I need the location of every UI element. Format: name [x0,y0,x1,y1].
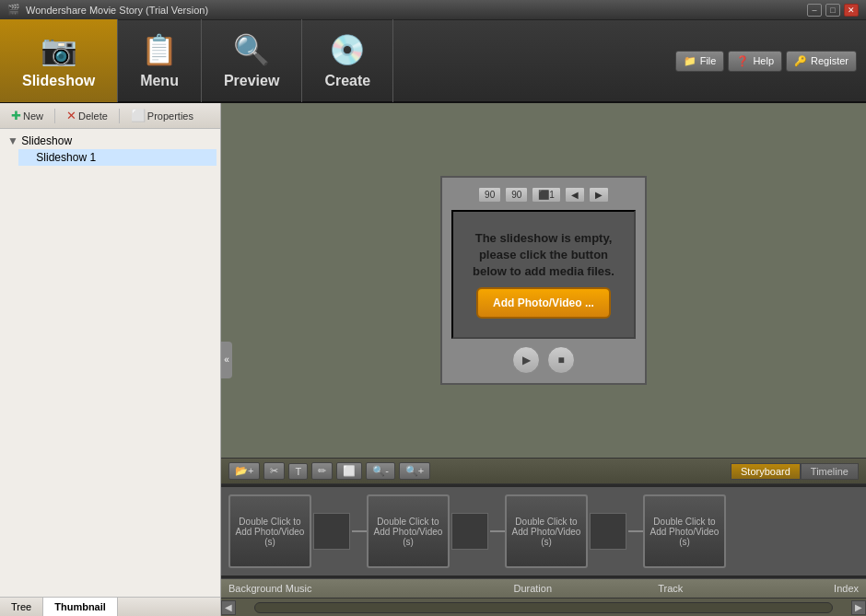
index-col: Index [774,583,859,594]
register-label: Register [811,55,848,66]
counter2: 90 [505,187,528,203]
preview-icon: 🔍 [233,32,270,67]
slot-thumb-3 [590,513,626,550]
preview-screen: The slideshow is empty, please click the… [451,210,636,339]
file-label: File [700,55,717,66]
delete-button[interactable]: ✕ Delete [61,107,113,124]
properties-icon: ⬜ [131,109,146,122]
edit-tool[interactable]: ✏ [311,462,333,480]
preview-area: 90 90 ⬛1 ◀ ▶ The slideshow is empty, ple… [221,103,866,458]
storyboard-tabs: Storyboard Timeline [731,463,859,480]
right-panel: « 90 90 ⬛1 ◀ ▶ The slideshow is empty, p… [221,103,866,616]
tab-tree[interactable]: Tree [0,598,43,616]
tab-preview-label: Preview [224,73,279,89]
cut-tool[interactable]: ✂ [263,462,285,480]
add-media-button[interactable]: Add Photo/Video ... [476,287,611,319]
slot-card-2[interactable]: Double Click to Add Photo/Video (s) [367,494,450,568]
play-button[interactable]: ▶ [512,346,540,374]
scroll-left-button[interactable]: ◀ [221,600,236,615]
track-label: Track [658,583,683,594]
close-button[interactable]: ✕ [844,4,859,17]
storyboard-tab[interactable]: Storyboard [731,463,801,480]
tree-root-label: Slideshow [21,134,72,147]
create-icon: 💿 [329,32,366,67]
left-toolbar: ✚ New ✕ Delete ⬜ Properties [0,103,220,129]
music-bar: Background Music Duration Track Index [221,578,866,598]
index-label: Index [834,583,859,594]
duration-label: Duration [513,583,552,594]
slot-text-2: Double Click to Add Photo/Video (s) [372,517,444,547]
slot-card-4[interactable]: Double Click to Add Photo/Video (s) [643,494,726,568]
menu-icon: 📋 [141,32,178,67]
scroll-track[interactable] [254,602,833,613]
slot-main-4: Double Click to Add Photo/Video (s) [643,494,726,568]
slideshow-icon: 📷 [41,32,77,67]
tab-menu[interactable]: 📋 Menu [118,19,202,102]
tab-preview[interactable]: 🔍 Preview [202,19,302,102]
slot-text-3: Double Click to Add Photo/Video (s) [510,517,582,547]
main: ✚ New ✕ Delete ⬜ Properties ▼ Slideshow [0,103,866,616]
new-icon: ✚ [11,109,21,122]
background-music-col: Background Music [228,583,509,594]
zoom-in-tool[interactable]: 🔍+ [399,462,430,480]
file-button[interactable]: 📁 File [675,51,725,72]
help-button[interactable]: ❓ Help [728,51,782,72]
zoom-out-tool[interactable]: 🔍- [366,462,395,480]
tab-create[interactable]: 💿 Create [302,19,393,102]
tab-thumbnail-label: Thumbnail [54,601,106,612]
app-icon: 🎬 [7,4,20,16]
preview-top-controls: 90 90 ⬛1 ◀ ▶ [478,187,609,203]
register-button[interactable]: 🔑 Register [786,51,857,72]
editor-toolbar: 📂+ ✂ T ✏ ⬜ 🔍- 🔍+ Storyboard Timeline [221,458,866,484]
properties-label: Properties [147,110,193,122]
track-col: Track [658,583,770,594]
bottom-tabs: Tree Thumbnail [0,597,220,616]
tab-create-label: Create [324,73,370,89]
preview-box: 90 90 ⬛1 ◀ ▶ The slideshow is empty, ple… [440,176,647,385]
nav-prev-button[interactable]: ◀ [565,187,585,203]
slot-card-1[interactable]: Double Click to Add Photo/Video (s) [228,494,311,568]
tab-menu-label: Menu [140,73,179,89]
tree-area: ▼ Slideshow Slideshow 1 [0,129,220,597]
connector-1 [352,530,367,532]
register-icon: 🔑 [794,55,807,67]
help-label: Help [753,55,774,66]
help-icon: ❓ [736,55,749,67]
left-panel: ✚ New ✕ Delete ⬜ Properties ▼ Slideshow [0,103,221,616]
collapse-handle[interactable]: « [221,342,232,378]
toolbar-right: 📁 File ❓ Help 🔑 Register [675,51,866,72]
stop-button[interactable]: ■ [547,346,575,374]
tree-item-label: Slideshow 1 [36,151,96,164]
slot-thumb-1 [313,513,350,550]
slot-main-1: Double Click to Add Photo/Video (s) [228,494,352,568]
minimize-button[interactable]: – [807,4,822,17]
connector-3 [628,530,643,532]
scroll-right-button[interactable]: ▶ [851,600,866,615]
titlebar-controls: – □ ✕ [807,4,859,17]
delete-icon: ✕ [66,109,76,122]
new-button[interactable]: ✚ New [6,107,49,124]
add-media-tool[interactable]: 📂+ [228,462,260,480]
separator [54,109,55,123]
frame-counter: ⬛1 [532,187,561,203]
slot-main-2: Double Click to Add Photo/Video (s) [367,494,490,568]
expand-icon: ▼ [7,134,18,147]
file-icon: 📁 [684,55,696,67]
nav-next-button[interactable]: ▶ [589,187,609,203]
storyboard-slot-4: Double Click to Add Photo/Video (s) [643,494,726,568]
tab-slideshow-label: Slideshow [22,73,95,89]
tab-tree-label: Tree [11,601,31,612]
tab-slideshow[interactable]: 📷 Slideshow [0,19,118,102]
tab-thumbnail[interactable]: Thumbnail [43,598,118,616]
timeline-tab[interactable]: Timeline [801,463,859,480]
text-tool[interactable]: T [288,463,308,480]
maximize-button[interactable]: □ [825,4,840,17]
duration-col: Duration [513,583,654,594]
storyboard: Double Click to Add Photo/Video (s) Doub… [221,484,866,578]
properties-button[interactable]: ⬜ Properties [125,107,199,124]
slot-card-3[interactable]: Double Click to Add Photo/Video (s) [505,494,588,568]
frame-tool[interactable]: ⬜ [336,462,362,480]
tree-root[interactable]: ▼ Slideshow [4,133,216,149]
tree-item-slideshow1[interactable]: Slideshow 1 [18,149,216,166]
slot-text-1: Double Click to Add Photo/Video (s) [234,517,306,547]
